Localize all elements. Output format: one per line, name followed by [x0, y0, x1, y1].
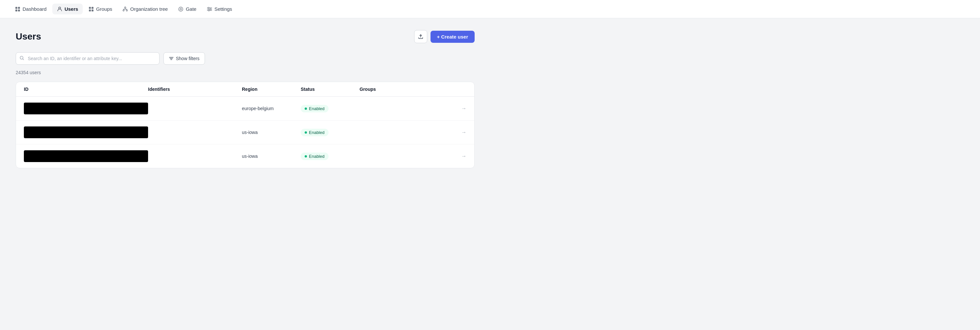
- page-title: Users: [16, 32, 41, 42]
- svg-point-18: [210, 8, 211, 10]
- search-icon: [20, 56, 24, 62]
- nav-item-settings[interactable]: Settings: [202, 3, 237, 14]
- svg-point-12: [179, 7, 183, 11]
- nav-label-settings: Settings: [215, 6, 232, 12]
- create-user-button[interactable]: + Create user: [431, 31, 475, 43]
- svg-rect-6: [92, 7, 94, 9]
- cell-status: Enabled: [301, 152, 360, 160]
- svg-rect-2: [15, 10, 18, 11]
- users-table: ID Identifiers Region Status Groups euro…: [16, 82, 475, 168]
- cell-region: us-iowa: [242, 154, 301, 159]
- col-status: Status: [301, 87, 360, 92]
- table-header: ID Identifiers Region Status Groups: [16, 82, 474, 97]
- user-count: 24354 users: [16, 70, 475, 75]
- status-label: Enabled: [309, 154, 325, 159]
- nav-bar: Dashboard Users Groups: [0, 0, 980, 18]
- cell-region: us-iowa: [242, 130, 301, 135]
- nav-label-org-tree: Organization tree: [130, 6, 168, 12]
- page-header: Users + Create user: [16, 30, 475, 43]
- table-row[interactable]: europe-belgiumEnabled→: [16, 97, 474, 121]
- grid-icon: [15, 6, 20, 12]
- svg-point-19: [208, 10, 210, 11]
- col-id: ID: [24, 87, 148, 92]
- nav-label-dashboard: Dashboard: [22, 6, 46, 12]
- show-filters-button[interactable]: Show filters: [164, 52, 205, 65]
- cell-status: Enabled: [301, 105, 360, 113]
- gate-icon: [178, 6, 183, 12]
- row-arrow: →: [453, 153, 466, 159]
- search-filter-row: Show filters: [16, 52, 475, 65]
- groups-icon: [89, 6, 94, 12]
- col-groups: Groups: [360, 87, 453, 92]
- cell-id: [24, 150, 148, 162]
- svg-rect-5: [89, 7, 91, 9]
- status-dot: [305, 155, 307, 157]
- filter-icon: [169, 56, 173, 61]
- cell-id: [24, 103, 148, 114]
- svg-rect-1: [18, 7, 20, 9]
- export-button[interactable]: [414, 30, 427, 43]
- svg-point-13: [180, 8, 182, 10]
- search-input[interactable]: [16, 52, 159, 65]
- svg-point-17: [208, 7, 209, 8]
- nav-item-groups[interactable]: Groups: [84, 3, 117, 14]
- settings-icon: [207, 6, 212, 12]
- search-input-wrapper: [16, 52, 159, 65]
- svg-rect-0: [15, 7, 18, 9]
- cell-status: Enabled: [301, 129, 360, 136]
- status-dot: [305, 131, 307, 133]
- cell-region: europe-belgium: [242, 106, 301, 111]
- status-dot: [305, 108, 307, 110]
- export-icon: [418, 34, 424, 40]
- status-label: Enabled: [309, 130, 325, 135]
- nav-label-users: Users: [64, 6, 78, 12]
- nav-item-users[interactable]: Users: [52, 3, 83, 14]
- table-body: europe-belgiumEnabled→us-iowaEnabled→us-…: [16, 97, 474, 168]
- table-row[interactable]: us-iowaEnabled→: [16, 144, 474, 168]
- table-row[interactable]: us-iowaEnabled→: [16, 121, 474, 144]
- header-actions: + Create user: [414, 30, 475, 43]
- col-actions: [453, 87, 466, 92]
- col-region: Region: [242, 87, 301, 92]
- show-filters-label: Show filters: [176, 56, 199, 61]
- row-arrow: →: [453, 106, 466, 111]
- row-arrow: →: [453, 129, 466, 135]
- svg-point-4: [59, 7, 60, 9]
- nav-item-gate[interactable]: Gate: [173, 3, 201, 14]
- svg-rect-3: [18, 10, 20, 11]
- cell-id: [24, 127, 148, 138]
- nav-label-gate: Gate: [186, 6, 196, 12]
- nav-item-dashboard[interactable]: Dashboard: [10, 3, 51, 14]
- nav-item-org-tree[interactable]: Organization tree: [118, 3, 172, 14]
- col-identifiers: Identifiers: [148, 87, 242, 92]
- user-icon: [57, 6, 62, 12]
- main-content: Users + Create user: [0, 18, 490, 180]
- status-label: Enabled: [309, 106, 325, 111]
- org-tree-icon: [123, 6, 128, 12]
- nav-label-groups: Groups: [96, 6, 112, 12]
- svg-rect-7: [89, 10, 91, 11]
- svg-rect-8: [92, 10, 94, 11]
